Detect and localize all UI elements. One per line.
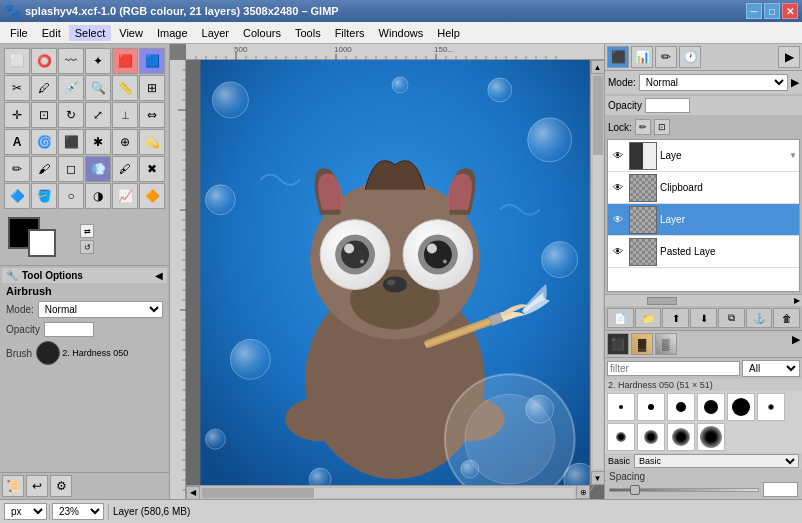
- tool-eraser[interactable]: ◻: [58, 156, 84, 182]
- mode-select[interactable]: Normal Multiply Screen: [38, 301, 163, 318]
- menu-select[interactable]: Select: [69, 25, 112, 41]
- scroll-up-button[interactable]: ▲: [591, 60, 605, 74]
- menu-view[interactable]: View: [113, 25, 149, 41]
- brush-mode-btn-2[interactable]: ▓: [631, 333, 653, 355]
- tool-flip[interactable]: ⇔: [139, 102, 165, 128]
- tool-measure[interactable]: 📏: [112, 75, 138, 101]
- duplicate-layer-button[interactable]: ⧉: [718, 308, 745, 328]
- layer-item[interactable]: 👁 Layer: [608, 204, 799, 236]
- opacity-input-layers[interactable]: 100,0: [645, 98, 690, 113]
- basic-category-select[interactable]: Basic: [634, 454, 799, 468]
- tool-scissors[interactable]: ✂: [4, 75, 30, 101]
- menu-edit[interactable]: Edit: [36, 25, 67, 41]
- tool-script[interactable]: 📜: [2, 475, 24, 497]
- swap-colors-icon[interactable]: ⇄: [80, 224, 94, 238]
- tool-shear[interactable]: ⟂: [112, 102, 138, 128]
- panel-collapse-icon[interactable]: ▶: [778, 46, 800, 68]
- tool-fill[interactable]: ⬛: [58, 129, 84, 155]
- scroll-thumb-h[interactable]: [202, 488, 574, 498]
- scroll-down-button[interactable]: ▼: [591, 471, 605, 485]
- tool-warp[interactable]: 🌀: [31, 129, 57, 155]
- anchor-layer-button[interactable]: ⚓: [746, 308, 773, 328]
- menu-filters[interactable]: Filters: [329, 25, 371, 41]
- tool-bg-color[interactable]: 🟦: [139, 48, 165, 74]
- horizontal-scrollbar[interactable]: ◀ ▶ ⊕: [186, 485, 590, 499]
- brush-item[interactable]: [637, 423, 665, 451]
- tool-crop[interactable]: ⊡: [31, 102, 57, 128]
- brush-mode-btn-3[interactable]: ▒: [655, 333, 677, 355]
- new-layer-button[interactable]: 📄: [607, 308, 634, 328]
- tool-pencil[interactable]: ✏: [4, 156, 30, 182]
- delete-layer-button[interactable]: 🗑: [773, 308, 800, 328]
- tool-levels[interactable]: 🔶: [139, 183, 165, 209]
- canvas-viewport[interactable]: [186, 60, 604, 499]
- layers-scroll-thumb[interactable]: [647, 297, 677, 305]
- layers-scroll-right[interactable]: ▶: [794, 296, 800, 305]
- layers-icon-btn[interactable]: ⬛: [607, 46, 629, 68]
- layer-visibility-icon[interactable]: 👁: [610, 148, 626, 164]
- tool-text[interactable]: A: [4, 129, 30, 155]
- tool-rect-select[interactable]: ⬜: [4, 48, 30, 74]
- brush-item[interactable]: [667, 423, 695, 451]
- tool-color-picker[interactable]: 💉: [58, 75, 84, 101]
- layer-item[interactable]: 👁 Pasted Laye: [608, 236, 799, 268]
- tool-fg-color[interactable]: 🟥: [112, 48, 138, 74]
- brush-item[interactable]: [697, 393, 725, 421]
- minimize-button[interactable]: ─: [746, 3, 762, 19]
- menu-layer[interactable]: Layer: [196, 25, 236, 41]
- tool-options-expand[interactable]: ◀: [155, 270, 163, 281]
- tool-paths[interactable]: 🖊: [31, 75, 57, 101]
- layers-mode-select[interactable]: Normal Multiply: [639, 74, 788, 91]
- brush-item[interactable]: [757, 393, 785, 421]
- raise-layer-button[interactable]: ⬆: [662, 308, 689, 328]
- tool-scale[interactable]: ⤢: [85, 102, 111, 128]
- lower-layer-button[interactable]: ⬇: [690, 308, 717, 328]
- layer-visibility-icon[interactable]: 👁: [610, 180, 626, 196]
- tool-dodge[interactable]: ◑: [85, 183, 111, 209]
- tool-free-select[interactable]: 〰: [58, 48, 84, 74]
- brush-item[interactable]: [727, 393, 755, 421]
- layer-item[interactable]: 👁 Clipboard: [608, 172, 799, 204]
- layer-visibility-icon[interactable]: 👁: [610, 212, 626, 228]
- tool-heal2[interactable]: ✖: [139, 156, 165, 182]
- scroll-thumb-v[interactable]: [593, 76, 603, 469]
- lock-alpha-icon[interactable]: ⊡: [654, 119, 670, 135]
- tool-fuzzy-select[interactable]: ✦: [85, 48, 111, 74]
- menu-image[interactable]: Image: [151, 25, 194, 41]
- lock-pixels-icon[interactable]: ✏: [635, 119, 651, 135]
- brush-item[interactable]: [607, 423, 635, 451]
- layers-scrollbar[interactable]: ▶: [605, 294, 802, 306]
- opacity-input[interactable]: 100,0: [44, 322, 94, 337]
- brush-category-select[interactable]: All: [742, 360, 800, 377]
- tool-paint[interactable]: 🖌: [31, 156, 57, 182]
- scroll-left-button[interactable]: ◀: [186, 486, 200, 500]
- paths-icon-btn[interactable]: ✏: [655, 46, 677, 68]
- layer-visibility-icon[interactable]: 👁: [610, 244, 626, 260]
- tool-undo[interactable]: ↩: [26, 475, 48, 497]
- brush-item[interactable]: [637, 393, 665, 421]
- reset-colors-icon[interactable]: ↺: [80, 240, 94, 254]
- tool-blend[interactable]: 🔷: [4, 183, 30, 209]
- tool-ink[interactable]: 🖋: [112, 156, 138, 182]
- history-icon-btn[interactable]: 🕐: [679, 46, 701, 68]
- maximize-button[interactable]: □: [764, 3, 780, 19]
- tool-heal[interactable]: ⊕: [112, 129, 138, 155]
- menu-file[interactable]: File: [4, 25, 34, 41]
- tool-smudge[interactable]: 💫: [139, 129, 165, 155]
- menu-windows[interactable]: Windows: [373, 25, 430, 41]
- channels-icon-btn[interactable]: 📊: [631, 46, 653, 68]
- brushes-collapse-icon[interactable]: ▶: [792, 333, 800, 355]
- layer-item[interactable]: 👁 Laye ▼: [608, 140, 799, 172]
- brush-item[interactable]: [667, 393, 695, 421]
- menu-help[interactable]: Help: [431, 25, 466, 41]
- menu-tools[interactable]: Tools: [289, 25, 327, 41]
- brush-item[interactable]: [697, 423, 725, 451]
- tool-zoom[interactable]: 🔍: [85, 75, 111, 101]
- tool-move[interactable]: ✛: [4, 102, 30, 128]
- tool-convolve[interactable]: ○: [58, 183, 84, 209]
- menu-colours[interactable]: Colours: [237, 25, 287, 41]
- background-color[interactable]: [28, 229, 56, 257]
- tool-airbrush[interactable]: 💨: [85, 156, 111, 182]
- tool-ellipse-select[interactable]: ⭕: [31, 48, 57, 74]
- tool-clone[interactable]: ✱: [85, 129, 111, 155]
